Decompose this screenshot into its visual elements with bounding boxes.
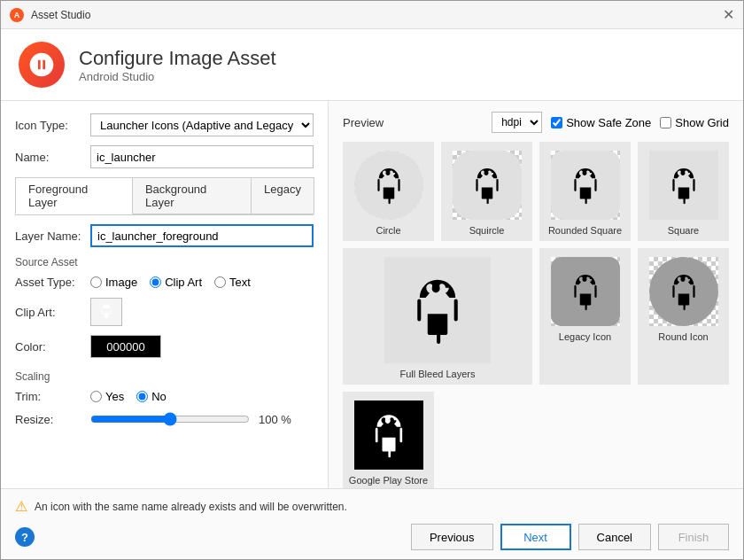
scaling-title: Scaling bbox=[15, 370, 314, 383]
radio-text-label: Text bbox=[229, 276, 251, 289]
resize-slider[interactable] bbox=[90, 412, 250, 426]
show-grid-label[interactable]: Show Grid bbox=[660, 116, 729, 129]
preview-full-bleed: Full Bleed Layers bbox=[343, 248, 532, 385]
icon-type-control: Launcher Icons (Adaptive and Legacy) bbox=[90, 113, 314, 136]
preview-icon-full-bleed bbox=[384, 257, 491, 363]
layer-name-row: Layer Name: bbox=[15, 224, 314, 247]
help-button[interactable]: ? bbox=[15, 527, 35, 547]
preview-icon-rounded bbox=[551, 151, 620, 220]
name-input[interactable] bbox=[90, 145, 314, 168]
color-value: 000000 bbox=[106, 340, 144, 354]
previous-button[interactable]: Previous bbox=[411, 524, 493, 550]
color-row: Color: 000000 bbox=[15, 335, 314, 358]
tab-background-layer[interactable]: Background Layer bbox=[132, 177, 252, 214]
clip-art-button[interactable] bbox=[90, 298, 122, 326]
radio-clipart[interactable] bbox=[150, 276, 161, 288]
preview-icon-legacy bbox=[551, 257, 620, 326]
trim-yes-label: Yes bbox=[105, 390, 124, 403]
trim-yes[interactable]: Yes bbox=[90, 390, 124, 403]
preview-controls: hdpi Show Safe Zone Show Grid bbox=[492, 112, 729, 133]
main-window: A Asset Studio ✕ Configure Image Asset A… bbox=[0, 0, 744, 560]
layer-name-control bbox=[90, 224, 314, 247]
preview-square: Square bbox=[638, 142, 729, 241]
source-asset-title: Source Asset bbox=[15, 256, 314, 268]
warning-row: ⚠ An icon with the same name already exi… bbox=[15, 498, 729, 515]
preview-circle: Circle bbox=[343, 142, 434, 241]
asset-type-label: Asset Type: bbox=[15, 276, 90, 289]
radio-trim-yes[interactable] bbox=[90, 391, 102, 402]
radio-image[interactable] bbox=[90, 276, 102, 288]
icon-type-label: Icon Type: bbox=[15, 119, 90, 132]
preview-circle-label: Circle bbox=[376, 225, 400, 236]
icon-type-select[interactable]: Launcher Icons (Adaptive and Legacy) bbox=[90, 113, 314, 136]
main-content: Icon Type: Launcher Icons (Adaptive and … bbox=[1, 101, 743, 488]
bottom-left: ? bbox=[15, 527, 35, 547]
show-safe-zone-checkbox[interactable] bbox=[551, 117, 562, 128]
title-bar-left: A Asset Studio bbox=[10, 8, 90, 22]
preview-round: Round Icon bbox=[638, 248, 729, 385]
preview-icon-circle bbox=[354, 151, 423, 220]
preview-icon-google-play bbox=[354, 401, 423, 470]
radio-clipart-label: Clip Art bbox=[165, 276, 202, 289]
preview-grid: Circle Squircle bbox=[343, 142, 729, 488]
show-grid-text: Show Grid bbox=[675, 116, 729, 129]
show-safe-zone-label[interactable]: Show Safe Zone bbox=[551, 116, 651, 129]
resize-label: Resize: bbox=[15, 413, 90, 426]
show-safe-zone-text: Show Safe Zone bbox=[566, 116, 651, 129]
trim-row: Trim: Yes No bbox=[15, 390, 314, 403]
preview-google-play-label: Google Play Store bbox=[349, 475, 428, 486]
color-label: Color: bbox=[15, 340, 90, 354]
cancel-button[interactable]: Cancel bbox=[578, 524, 651, 550]
icon-type-row: Icon Type: Launcher Icons (Adaptive and … bbox=[15, 113, 314, 136]
radio-text[interactable] bbox=[214, 276, 226, 288]
resize-row: Resize: 100 % bbox=[15, 412, 314, 426]
dpi-select[interactable]: hdpi bbox=[492, 112, 542, 133]
preview-title: Preview bbox=[343, 116, 384, 129]
asset-type-options: Image Clip Art Text bbox=[90, 276, 251, 289]
header: Configure Image Asset Android Studio bbox=[1, 29, 743, 101]
preview-google-play: Google Play Store bbox=[343, 392, 434, 488]
trim-no[interactable]: No bbox=[136, 390, 167, 403]
resize-value: 100 % bbox=[259, 413, 291, 426]
trim-options: Yes No bbox=[90, 390, 167, 403]
trim-no-label: No bbox=[151, 390, 167, 403]
tab-foreground-layer[interactable]: Foreground Layer bbox=[15, 177, 133, 214]
preview-square-label: Square bbox=[668, 225, 699, 236]
preview-squircle-label: Squircle bbox=[469, 225, 505, 236]
page-title: Configure Image Asset bbox=[79, 47, 276, 70]
preview-header: Preview hdpi Show Safe Zone Show Grid bbox=[343, 112, 729, 133]
tab-legacy[interactable]: Legacy bbox=[251, 177, 314, 214]
warning-text: An icon with the same name already exist… bbox=[35, 501, 347, 513]
asset-type-clipart[interactable]: Clip Art bbox=[150, 276, 202, 289]
asset-type-row: Asset Type: Image Clip Art Text bbox=[15, 276, 314, 289]
preview-rounded-square: Rounded Square bbox=[539, 142, 631, 241]
show-grid-checkbox[interactable] bbox=[660, 117, 671, 128]
header-text: Configure Image Asset Android Studio bbox=[79, 47, 276, 83]
preview-icon-round bbox=[649, 257, 718, 326]
close-button[interactable]: ✕ bbox=[723, 8, 734, 22]
next-button[interactable]: Next bbox=[500, 524, 571, 550]
right-panel: Preview hdpi Show Safe Zone Show Grid bbox=[329, 101, 743, 488]
left-panel: Icon Type: Launcher Icons (Adaptive and … bbox=[1, 101, 329, 488]
preview-full-bleed-label: Full Bleed Layers bbox=[400, 369, 476, 379]
title-bar: A Asset Studio ✕ bbox=[1, 1, 743, 29]
preview-icon-square bbox=[649, 151, 718, 220]
clip-art-label: Clip Art: bbox=[15, 306, 90, 319]
layer-tabs: Foreground Layer Background Layer Legacy bbox=[15, 177, 314, 215]
preview-rounded-square-label: Rounded Square bbox=[548, 225, 622, 236]
button-row: Previous Next Cancel Finish bbox=[411, 524, 729, 550]
finish-button[interactable]: Finish bbox=[658, 524, 729, 550]
clip-art-row: Clip Art: bbox=[15, 298, 314, 326]
slider-container: 100 % bbox=[90, 412, 314, 426]
trim-label: Trim: bbox=[15, 390, 90, 403]
title-bar-text: Asset Studio bbox=[31, 9, 90, 21]
radio-trim-no[interactable] bbox=[136, 391, 148, 402]
asset-type-image[interactable]: Image bbox=[90, 276, 137, 289]
asset-type-text[interactable]: Text bbox=[214, 276, 251, 289]
preview-icon-squircle bbox=[453, 151, 522, 220]
color-swatch[interactable]: 000000 bbox=[90, 335, 161, 358]
layer-name-label: Layer Name: bbox=[15, 229, 90, 243]
name-row: Name: bbox=[15, 145, 314, 168]
layer-name-input[interactable] bbox=[90, 224, 314, 247]
name-label: Name: bbox=[15, 151, 90, 164]
